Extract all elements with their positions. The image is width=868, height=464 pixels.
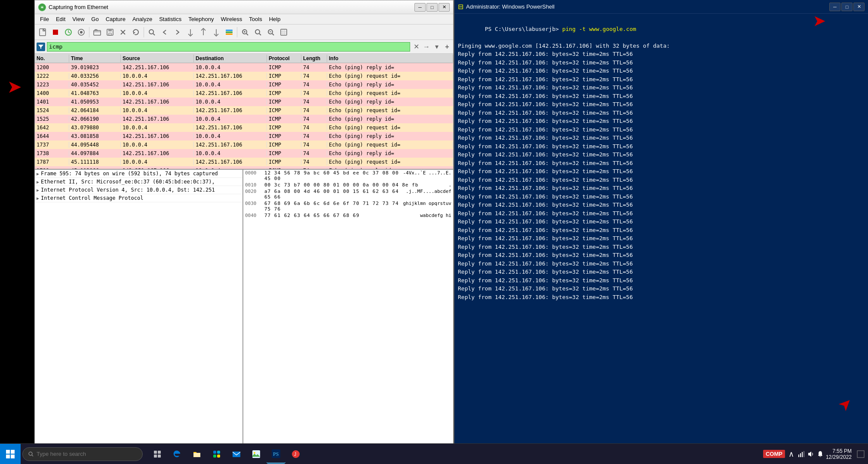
cell-length: 74: [301, 142, 327, 148]
ps-maximize[interactable]: □: [841, 3, 853, 11]
toolbar-options[interactable]: [75, 26, 87, 38]
taskbar-search-input[interactable]: [37, 451, 123, 457]
svg-rect-20: [154, 451, 157, 454]
filter-bar: ✕ → ▾ +: [35, 40, 453, 54]
cell-no: 1737: [35, 142, 69, 148]
taskbar-edge[interactable]: [168, 445, 187, 464]
list-item[interactable]: ▶Frame 595: 74 bytes on wire (592 bits),…: [35, 170, 242, 178]
detail-text: Internet Control Message Protocol: [41, 195, 143, 201]
filter-clear-button[interactable]: ✕: [412, 43, 420, 51]
toolbar-colorize[interactable]: [223, 26, 235, 38]
menu-file[interactable]: File: [37, 15, 52, 23]
toolbar-zoom-normal[interactable]: [252, 26, 264, 38]
toolbar-new[interactable]: [37, 26, 49, 38]
table-row[interactable]: 1525 42.066190 142.251.167.106 10.0.0.4 …: [35, 115, 453, 123]
menu-tools[interactable]: Tools: [245, 15, 265, 23]
toolbar-stop[interactable]: [49, 26, 61, 38]
taskbar-photos[interactable]: [247, 445, 266, 464]
filter-dropdown-button[interactable]: ▾: [432, 43, 441, 51]
maximize-button[interactable]: □: [426, 3, 438, 12]
menu-telephony[interactable]: Telephony: [185, 15, 217, 23]
filter-right-arrow[interactable]: →: [422, 43, 431, 51]
svg-text:J: J: [294, 452, 296, 457]
taskbar-powershell[interactable]: PS: [267, 445, 285, 464]
toolbar-zoom-resize[interactable]: [278, 26, 290, 38]
win-logo-q1: [6, 450, 10, 454]
taskbar-taskview[interactable]: [148, 445, 167, 464]
cell-proto: ICMP: [267, 82, 301, 88]
cell-no: 1644: [35, 133, 69, 139]
list-item[interactable]: ▶Ethernet II, Src: Microsof_ee:0c:37 (60…: [35, 178, 242, 186]
ps-reply-line: Reply from 142.251.167.106: bytes=32 tim…: [458, 251, 865, 259]
table-row[interactable]: 1738 44.097884 142.251.167.106 10.0.0.4 …: [35, 149, 453, 158]
table-row[interactable]: 1642 43.079880 10.0.0.4 142.251.167.106 …: [35, 123, 453, 132]
table-row[interactable]: 1222 40.033256 10.0.0.4 142.251.167.106 …: [35, 72, 453, 80]
toolbar-prev[interactable]: [197, 26, 209, 38]
taskbar-explorer[interactable]: [187, 445, 206, 464]
toolbar-back[interactable]: [159, 26, 171, 38]
table-row[interactable]: 1737 44.095448 10.0.0.4 142.251.167.106 …: [35, 140, 453, 149]
menu-go[interactable]: Go: [88, 15, 102, 23]
cell-info: Echo (ping) reply id=: [327, 150, 453, 156]
menu-capture[interactable]: Capture: [102, 15, 129, 23]
ps-minimize[interactable]: ─: [829, 3, 840, 11]
filter-input[interactable]: [47, 42, 410, 52]
list-item[interactable]: ▶Internet Control Message Protocol: [35, 194, 242, 202]
ps-reply-line: Reply from 142.251.167.106: bytes=32 tim…: [458, 125, 865, 134]
filter-add-button[interactable]: +: [443, 43, 451, 51]
toolbar-reload[interactable]: [130, 26, 142, 38]
table-row[interactable]: 1788 45.113066 142.251.167.106 10.0.0.4 …: [35, 166, 453, 169]
hex-ascii: -4Vx..`E ...7..E.: [403, 170, 451, 181]
toolbar-restart[interactable]: [62, 26, 74, 38]
toolbar-save[interactable]: [104, 26, 116, 38]
toolbar-close[interactable]: [117, 26, 129, 38]
menu-wireless[interactable]: Wireless: [217, 15, 245, 23]
menu-edit[interactable]: Edit: [52, 15, 69, 23]
close-button[interactable]: ✕: [439, 3, 450, 12]
ps-reply-line: Reply from 142.251.167.106: bytes=32 tim…: [458, 142, 865, 151]
table-row[interactable]: 1524 42.064184 10.0.0.4 142.251.167.106 …: [35, 106, 453, 115]
cell-proto: ICMP: [267, 133, 301, 139]
table-row[interactable]: 1223 40.035452 142.251.167.106 10.0.0.4 …: [35, 80, 453, 89]
cell-source: 142.251.167.106: [121, 168, 194, 169]
taskbar-mail[interactable]: [227, 445, 246, 464]
table-row[interactable]: 1200 39.019823 142.251.167.106 10.0.0.4 …: [35, 63, 453, 72]
wireshark-titlebar: Capturing from Ethernet ─ □ ✕: [35, 0, 453, 14]
toolbar-open[interactable]: [91, 26, 103, 38]
menu-view[interactable]: View: [69, 15, 88, 23]
table-row[interactable]: 1401 41.050953 142.251.167.106 10.0.0.4 …: [35, 98, 453, 106]
cell-length: 74: [301, 159, 327, 165]
cell-dest: 10.0.0.4: [194, 64, 267, 70]
table-row[interactable]: 1787 45.111118 10.0.0.4 142.251.167.106 …: [35, 158, 453, 166]
list-item[interactable]: ▶Internet Protocol Version 4, Src: 10.0.…: [35, 186, 242, 194]
toolbar-zoom-out[interactable]: [265, 26, 277, 38]
cell-time: 40.033256: [69, 73, 121, 79]
table-row[interactable]: 1644 43.081858 142.251.167.106 10.0.0.4 …: [35, 132, 453, 140]
taskbar-chevron-up[interactable]: ∧: [788, 449, 794, 459]
taskbar-app-other[interactable]: J: [286, 445, 305, 464]
ps-reply-line: Reply from 142.251.167.106: bytes=32 tim…: [458, 226, 865, 235]
powershell-titlebar: ⊟ Administrator: Windows PowerShell ─ □ …: [454, 0, 868, 14]
minimize-button[interactable]: ─: [414, 3, 426, 12]
taskbar-search[interactable]: [22, 447, 143, 461]
toolbar-next[interactable]: [210, 26, 222, 38]
cell-info: Echo (ping) reply id=: [327, 116, 453, 122]
ps-reply-line: Reply from 142.251.167.106: bytes=32 tim…: [458, 243, 865, 251]
toolbar-find[interactable]: [146, 26, 158, 38]
win-logo-q2: [11, 450, 15, 454]
ps-reply-line: Reply from 142.251.167.106: bytes=32 tim…: [458, 58, 865, 67]
cell-time: 45.113066: [69, 168, 121, 169]
start-button[interactable]: [0, 444, 21, 464]
table-row[interactable]: 1400 41.048763 10.0.0.4 142.251.167.106 …: [35, 89, 453, 98]
menu-statistics[interactable]: Statistics: [156, 15, 185, 23]
taskbar-store[interactable]: [207, 445, 226, 464]
ps-close[interactable]: ✕: [853, 3, 865, 11]
cell-dest: 142.251.167.106: [194, 90, 267, 96]
toolbar-fwd[interactable]: [172, 26, 184, 38]
toolbar-jump[interactable]: [184, 26, 196, 38]
menu-help[interactable]: Help: [266, 15, 284, 23]
toolbar-zoom-in-first[interactable]: [239, 26, 251, 38]
menu-analyze[interactable]: Analyze: [129, 15, 156, 23]
taskbar-show-desktop-icon[interactable]: [857, 450, 865, 458]
ps-reply-line: Reply from 142.251.167.106: bytes=32 tim…: [458, 276, 865, 285]
